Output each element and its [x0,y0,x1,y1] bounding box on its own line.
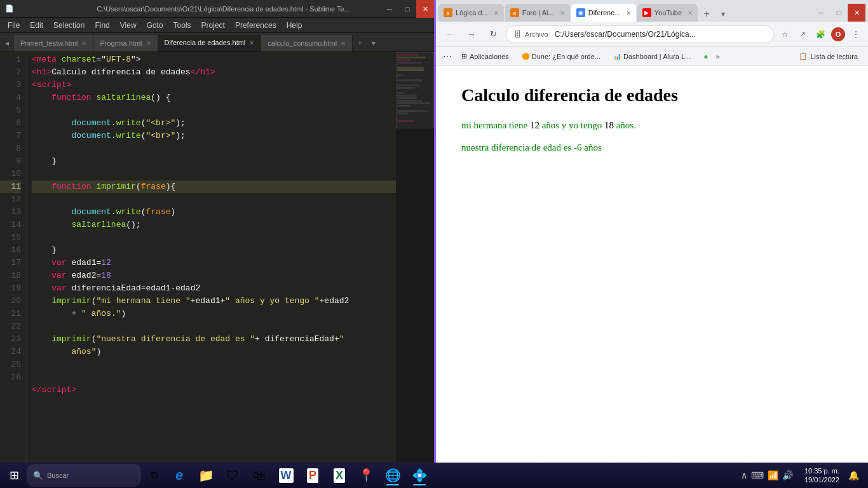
menu-view[interactable]: View [115,18,142,33]
tab-favicon-diferencia: ◉ [576,8,585,17]
code-line-25 [32,358,396,371]
taskbar-explorer[interactable]: 📁 [193,464,219,487]
tab-close-primert[interactable]: ✕ [81,40,86,47]
browser-minimize[interactable]: ─ [812,4,830,22]
tab-nav-left[interactable]: ◂ [0,35,14,51]
menu-tools[interactable]: Tools [168,18,196,33]
menu-goto[interactable]: Goto [142,18,168,33]
code-line-15 [32,231,396,244]
share-icon[interactable]: ↗ [796,27,810,41]
browser-tab-logica[interactable]: a Lógica d... ✕ [438,4,504,22]
taskbar-store[interactable]: 🛍 [247,464,272,487]
settings-icon[interactable]: ⋮ [849,27,863,41]
code-line-8 [32,142,396,155]
tab-close-progrma[interactable]: ✕ [146,40,151,47]
age2-number: 18 [604,120,614,130]
tab-close-foro[interactable]: ✕ [560,10,565,17]
tab-overflow[interactable]: ▾ [367,35,381,51]
taskbar-maps[interactable]: 📍 [353,464,379,487]
tab-close-diferencia[interactable]: ✕ [249,39,254,46]
browser-tab-diferencia[interactable]: ◉ Diferenc... ✕ [571,4,636,22]
minimize-button[interactable]: ─ [381,0,398,18]
menu-selection[interactable]: Selection [48,18,90,33]
search-button[interactable]: 🔍 Buscar [27,464,141,487]
line-numbers: 1 2 3 4 5 6 7 8 9 10 11 12 13 14 15 16 1… [0,52,27,474]
editor-scroll[interactable]: 1 2 3 4 5 6 7 8 9 10 11 12 13 14 15 16 1… [0,52,434,474]
taskview-button[interactable]: ⧉ [142,464,165,487]
taskbar-security[interactable]: 🛡 [220,464,245,487]
tab-close-calculo[interactable]: ✕ [341,40,346,47]
tab-diferencia[interactable]: Diferencia de edades.html ✕ [158,35,262,51]
tab-label-diferencia: Diferenc... [588,9,620,17]
bookmark-circle[interactable]: ● [698,50,713,64]
start-button[interactable]: ⊞ [3,464,25,487]
code-line-11: function imprimir(frase){ [32,180,396,193]
taskbar-excel[interactable]: X [327,464,352,487]
back-button[interactable]: ← [441,25,459,43]
menu-file[interactable]: File [3,18,25,33]
maximize-button[interactable]: □ [398,0,416,18]
tab-close-youtube[interactable]: ✕ [688,10,693,17]
extensions-icon[interactable]: 🧩 [813,27,827,41]
address-bar[interactable]: 🗄 Archivo C:/Users/oscar/Documents/Or21/… [506,25,774,43]
code-area[interactable]: <meta charset="UFT-8"> <h1>Calculo difer… [27,52,396,474]
tab-close-diferencia[interactable]: ✕ [626,10,631,17]
browser-tab-youtube[interactable]: ▶ YouTube ✕ [637,4,698,22]
menu-edit[interactable]: Edit [25,18,48,33]
browser-maximize[interactable]: □ [830,4,848,22]
bookmark-alura[interactable]: 📊 Dashboard | Alura L... [608,50,696,64]
code-line-5 [32,104,396,117]
refresh-button[interactable]: ↻ [484,25,502,43]
taskbar-sublime[interactable]: 💠 [407,464,432,487]
keyboard-icon[interactable]: ⌨ [751,470,764,480]
reading-list-icon: 📋 [799,52,808,60]
menu-help[interactable]: Help [281,18,308,33]
tab-favicon-youtube: ▶ [642,8,651,17]
tab-label-youtube: YouTube [654,9,682,17]
user-icon[interactable]: O [831,27,845,41]
code-line-16: } [32,244,396,257]
taskbar-powerpoint[interactable]: P [300,464,325,487]
tab-overflow-button[interactable]: ▾ [715,6,731,22]
speaker-icon[interactable]: 🔊 [782,470,793,480]
bookmarks-bar: ⋯ ⊞ Aplicaciones 🟠 Dune: ¿En qué orde...… [436,47,868,66]
menu-preferences[interactable]: Preferences [230,18,281,33]
tab-close-logica[interactable]: ✕ [494,10,499,17]
chrome-icon: 🌐 [385,468,401,483]
forward-button[interactable]: → [463,25,480,43]
tab-calculo[interactable]: calculo_consumo.html ✕ [261,35,353,51]
menu-find[interactable]: Find [90,18,114,33]
tab-progrma[interactable]: Progrma.html ✕ [93,35,158,51]
hidden-icons-button[interactable]: ∧ [741,470,747,480]
browser-window-controls: ─ □ ✕ [812,4,865,22]
bookmarks-overflow[interactable]: » [715,53,719,60]
bookmarks-menu[interactable]: ⋯ [441,50,454,63]
taskbar-edge[interactable]: e [166,464,192,487]
bookmark-dune[interactable]: 🟠 Dune: ¿En qué orde... [517,50,606,64]
tab-add[interactable]: + [353,35,367,51]
browser-tab-foro[interactable]: a Foro | Al... ✕ [505,4,570,22]
bookmark-aplicaciones[interactable]: ⊞ Aplicaciones [456,50,514,64]
notification-button[interactable]: 🔔 [846,470,862,480]
network-icon[interactable]: 📶 [768,470,778,480]
browser-close[interactable]: ✕ [848,4,865,22]
code-line-19: var diferenciaEdad=edad1-edad2 [32,282,396,295]
taskbar-word[interactable]: W [273,464,299,487]
code-line-18: var edad2=18 [32,269,396,282]
editor-panel: 📄 C:\Users\oscar\Documents\Or21\Lógica\D… [0,0,434,488]
editor-tabs: ◂ Primert_testw.html ✕ Progrma.html ✕ Di… [0,33,434,52]
taskbar-chrome[interactable]: 🌐 [380,464,405,487]
code-line-4: function saltarlinea() { [32,92,396,104]
new-tab-button[interactable]: + [699,6,714,22]
star-icon[interactable]: ☆ [778,27,792,41]
close-button[interactable]: ✕ [416,0,434,18]
code-line-14: saltarlinea(); [32,219,396,231]
reading-list-button[interactable]: 📋 Lista de lectura [794,50,863,64]
clock[interactable]: 10:35 p. m. 19/01/2022 [799,466,844,485]
menu-project[interactable]: Project [196,18,230,33]
tab-primert[interactable]: Primert_testw.html ✕ [14,35,93,51]
code-line-2: <h1>Calculo diferencia de edades</h1> [32,66,396,79]
editor-titlebar: 📄 C:\Users\oscar\Documents\Or21\Lógica\D… [0,0,434,18]
code-line-22 [32,320,396,333]
code-line-20: imprimir("mi hermana tiene "+edad1+" año… [32,295,396,308]
